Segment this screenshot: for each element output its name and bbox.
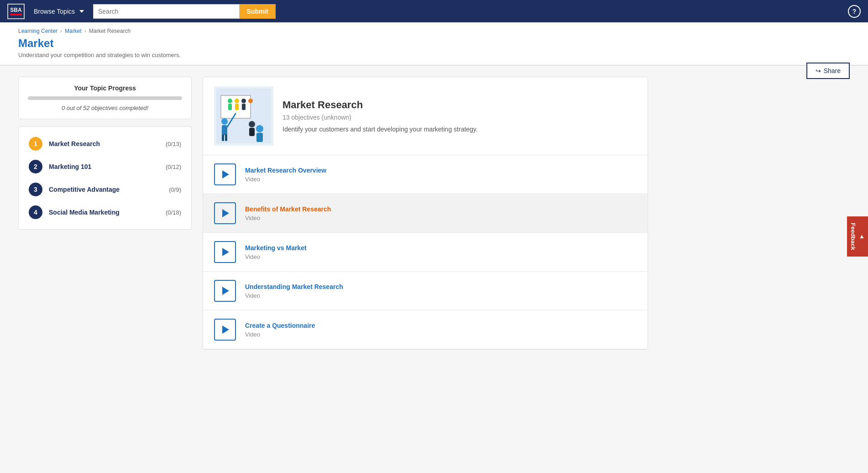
progress-text: 0 out of 52 objectives completed! [28, 105, 182, 111]
course-header: Market Research 13 objectives (unknown) … [203, 77, 648, 155]
video-title-5: Create a Questionnaire [245, 322, 315, 329]
svg-rect-7 [242, 104, 246, 110]
video-info-2: Benefits of Market Research Video [245, 205, 331, 221]
svg-rect-12 [222, 134, 224, 141]
video-title-4: Understanding Market Research [245, 283, 343, 290]
sba-logo: SBA [7, 4, 25, 19]
play-icon-4 [222, 287, 229, 295]
svg-point-9 [221, 118, 228, 125]
topic-count-2: (0/12) [166, 163, 181, 170]
video-icon-box-3 [214, 241, 236, 263]
topic-num-4: 4 [29, 205, 42, 219]
topic-item-2[interactable]: 2 Marketing 101 (0/12) [26, 155, 184, 178]
browse-topics-label: Browse Topics [34, 8, 75, 15]
search-input[interactable] [93, 4, 240, 19]
video-type-1: Video [245, 176, 260, 183]
page-subtitle: Understand your competition and strategi… [18, 52, 850, 65]
svg-point-16 [256, 125, 263, 132]
course-thumbnail [214, 86, 273, 146]
progress-card-title: Your Topic Progress [28, 84, 182, 92]
topic-item-1[interactable]: 1 Market Research (0/13) [26, 132, 184, 155]
topics-card: 1 Market Research (0/13) 2 Marketing 101… [18, 126, 192, 230]
video-item-4[interactable]: Understanding Market Research Video [203, 272, 648, 310]
video-title-2: Benefits of Market Research [245, 205, 331, 213]
share-button[interactable]: ↪ Share [806, 63, 850, 79]
svg-rect-15 [249, 128, 255, 136]
topic-num-3: 3 [29, 183, 42, 196]
course-info: Market Research 13 objectives (unknown) … [282, 86, 478, 146]
svg-rect-3 [228, 104, 232, 110]
breadcrumb-market[interactable]: Market [65, 28, 82, 34]
video-icon-box-1 [214, 163, 236, 185]
sba-logo-bar [10, 14, 21, 16]
svg-point-14 [249, 121, 255, 127]
play-icon-5 [222, 326, 229, 334]
topic-count-4: (0/18) [166, 209, 181, 216]
video-icon-box-4 [214, 280, 236, 302]
video-info-5: Create a Questionnaire Video [245, 322, 315, 338]
video-info-3: Marketing vs Market Video [245, 244, 307, 260]
svg-rect-5 [235, 104, 239, 110]
share-icon: ↪ [816, 67, 821, 74]
breadcrumb-learning-center[interactable]: Learning Center [18, 28, 58, 34]
play-icon-2 [222, 209, 229, 217]
topic-label-3: Competitive Advantage [49, 186, 162, 193]
video-info-4: Understanding Market Research Video [245, 283, 343, 299]
feedback-arrow: ▲ [858, 233, 865, 240]
video-item-5[interactable]: Create a Questionnaire Video [203, 310, 648, 349]
video-item-2[interactable]: Benefits of Market Research Video [203, 194, 648, 233]
feedback-tab[interactable]: ▲ Feedback [847, 216, 868, 257]
video-item-1[interactable]: Market Research Overview Video [203, 155, 648, 194]
help-icon[interactable]: ? [848, 5, 861, 18]
topic-num-1: 1 [29, 137, 42, 151]
play-icon-1 [222, 170, 229, 179]
page-title: Market [18, 37, 850, 50]
breadcrumb: Learning Center › Market › Market Resear… [18, 28, 850, 34]
browse-topics-button[interactable]: Browse Topics [30, 8, 88, 15]
play-icon-3 [222, 248, 229, 256]
breadcrumb-area: Learning Center › Market › Market Resear… [0, 22, 868, 65]
search-container: Submit [93, 4, 276, 19]
navbar: SBA Browse Topics Submit ? [0, 0, 868, 22]
topic-num-2: 2 [29, 160, 42, 173]
topic-item-4[interactable]: 4 Social Media Marketing (0/18) [26, 201, 184, 224]
course-objectives: 13 objectives (unknown) [282, 114, 478, 121]
svg-rect-10 [222, 125, 227, 135]
breadcrumb-current: Market Research [89, 28, 131, 34]
progress-bar-bg [28, 96, 182, 100]
content-panel: Market Research 13 objectives (unknown) … [203, 77, 648, 350]
chevron-down-icon [79, 10, 84, 13]
video-type-2: Video [245, 215, 260, 221]
video-info-1: Market Research Overview Video [245, 167, 326, 183]
svg-rect-17 [256, 133, 263, 142]
main-content: Your Topic Progress 0 out of 52 objectiv… [0, 66, 666, 361]
breadcrumb-sep-2: › [84, 28, 86, 34]
feedback-label: Feedback [850, 223, 857, 250]
svg-point-4 [235, 99, 239, 103]
course-title: Market Research [282, 99, 478, 111]
share-label: Share [824, 67, 841, 74]
video-title-3: Marketing vs Market [245, 244, 307, 252]
video-type-3: Video [245, 253, 260, 260]
topic-label-4: Social Media Marketing [49, 209, 159, 216]
video-title-1: Market Research Overview [245, 167, 326, 174]
video-icon-box-5 [214, 319, 236, 341]
breadcrumb-sep-1: › [60, 28, 62, 34]
sidebar: Your Topic Progress 0 out of 52 objectiv… [18, 77, 192, 350]
course-description: Identify your customers and start develo… [282, 126, 478, 133]
topic-item-3[interactable]: 3 Competitive Advantage (0/9) [26, 178, 184, 201]
video-type-4: Video [245, 292, 260, 299]
topic-count-1: (0/13) [166, 141, 181, 147]
topic-count-3: (0/9) [169, 186, 181, 193]
topic-label-1: Market Research [49, 140, 159, 147]
svg-point-2 [228, 99, 232, 103]
sba-logo-text: SBA [10, 7, 21, 13]
progress-card: Your Topic Progress 0 out of 52 objectiv… [18, 77, 192, 119]
video-icon-box-2 [214, 202, 236, 224]
svg-point-8 [248, 99, 253, 103]
svg-rect-13 [225, 134, 227, 141]
svg-point-6 [241, 99, 246, 103]
video-item-3[interactable]: Marketing vs Market Video [203, 233, 648, 272]
submit-button[interactable]: Submit [240, 4, 276, 19]
video-type-5: Video [245, 331, 260, 338]
